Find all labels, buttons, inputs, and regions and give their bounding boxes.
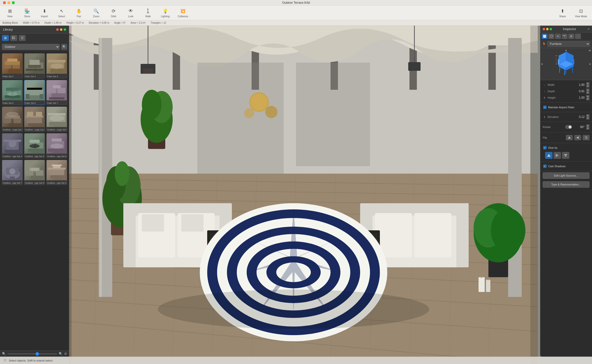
svg-rect-197	[556, 154, 556, 157]
library-item-outdoor3[interactable]: Outdoor...unge Set 3	[46, 107, 67, 132]
scene-svg	[0, 26, 592, 364]
library-search-button[interactable]: 🔍	[61, 44, 67, 50]
flip-horizontal-btn[interactable]	[566, 135, 573, 140]
toolbar-item-orbit[interactable]: ⟳ Orbit	[109, 8, 118, 18]
toolbar-item-pan[interactable]: ✋ Pan	[74, 8, 84, 18]
elevation-stepper[interactable]: ▲ ▼	[586, 114, 590, 120]
inspector-close-btn[interactable]	[543, 28, 545, 30]
library-item-outdoor9[interactable]: Outdoor...nge Set 9	[46, 160, 67, 185]
depth-down-btn[interactable]: ▼	[586, 91, 590, 94]
toolbar-item-viewmode[interactable]: ⊡ View Mode	[575, 8, 587, 18]
library-item-patio5[interactable]: Patio Set 5	[2, 80, 23, 105]
toolbar-item-store[interactable]: 🏪 Store	[22, 8, 32, 18]
inspector-tab-edit[interactable]: ✏	[555, 34, 561, 39]
library-zoom-thumb[interactable]	[36, 352, 39, 356]
glue-ceiling-btn[interactable]	[562, 152, 569, 159]
type-representation-button[interactable]: Type & Representation...	[543, 181, 590, 188]
inspector-tab-camera[interactable]: 📷	[562, 34, 568, 39]
toolbar-item-lighting[interactable]: 💡 Lighting	[160, 8, 170, 18]
inspector-tab-object[interactable]: ⬜	[542, 34, 548, 39]
elevation-down-btn[interactable]: ▼	[586, 117, 590, 120]
library-zoom-slider[interactable]	[7, 353, 57, 354]
library-zoom-out-btn[interactable]: 🔍	[2, 352, 6, 356]
depth-up-btn[interactable]: ▲	[586, 89, 590, 91]
library-category-select[interactable]: Outdoor Indoor Kitchen Bathroom	[2, 44, 60, 50]
inspector-min-btn[interactable]	[546, 28, 549, 30]
rotate-stepper[interactable]: ▲ ▼	[586, 124, 590, 130]
library-item-outdoor7[interactable]: Outdoor...nge Set 7	[2, 160, 23, 185]
toolbar-item-collisions[interactable]: 💥 Collisions	[178, 8, 188, 18]
width-down-btn[interactable]: ▼	[586, 85, 590, 88]
close-button[interactable]	[3, 1, 6, 4]
library-tab-detail[interactable]	[10, 35, 17, 41]
rotate-up-btn[interactable]: ▲	[586, 124, 590, 127]
elevation-up-btn[interactable]: ▲	[586, 114, 590, 117]
inspector-tab-material[interactable]	[548, 34, 554, 39]
library-item-outdoor2[interactable]: Outdoor...unge Set 2	[24, 107, 45, 132]
library-item-outdoor6[interactable]: Outdoor...nge Set 6	[46, 133, 67, 158]
glue-by-row: ✓ Glue by	[543, 145, 590, 151]
depth-stepper[interactable]: ▲ ▼	[586, 89, 590, 94]
maximize-button[interactable]	[12, 1, 15, 4]
inspector-category-select[interactable]: Furniture Decoration Light	[547, 41, 590, 47]
library-close-btn[interactable]	[56, 28, 59, 31]
edit-light-sources-button[interactable]: Edit Light Sources...	[543, 172, 590, 179]
svg-point-156	[30, 144, 40, 148]
chair-3d-svg	[553, 51, 580, 78]
toolbar-item-zoom[interactable]: 🔍 Zoom	[91, 8, 101, 18]
library-item-outdoor4[interactable]: Outdoor...nge Set 4	[2, 133, 23, 158]
library-item-patio6[interactable]: Patio Set 6	[24, 80, 45, 105]
glue-floor-btn[interactable]	[545, 152, 553, 159]
library-tab-grid[interactable]: ⊞	[2, 35, 9, 41]
maintain-aspect-ratio-row[interactable]: ✓ Maintain Aspect Ratio	[543, 104, 590, 110]
library-min-btn[interactable]	[60, 28, 62, 31]
glue-wall-btn[interactable]	[554, 152, 561, 159]
toolbar-item-select[interactable]: ↖ Select	[57, 8, 67, 18]
library-item-patio3[interactable]: Patio Set 3	[24, 53, 45, 78]
library-tab-list[interactable]: ☰	[19, 35, 26, 41]
library-settings-btn[interactable]: ⚙	[64, 352, 67, 356]
look-icon: 👁	[128, 8, 134, 14]
library-item-outdoor8[interactable]: Outdoor...nge Set 8	[24, 160, 45, 185]
rotate-value[interactable]: 90°	[574, 125, 585, 129]
maintain-aspect-ratio-checkbox[interactable]: ✓	[543, 106, 547, 109]
library-item-patio2[interactable]: Patio Set 2	[2, 53, 23, 78]
library-tabs: ⊞ ☰	[0, 34, 69, 42]
inspector-expand-icon[interactable]: ↗	[587, 27, 590, 31]
width-up-btn[interactable]: ▲	[586, 82, 590, 85]
library-item-patio7[interactable]: Patio Set 7	[46, 80, 67, 105]
cast-shadows-checkbox[interactable]: ✓	[543, 164, 547, 168]
library-grid: Patio Set 2 Patio Set 3	[0, 51, 69, 351]
inspector-depth-value[interactable]: 0,91	[572, 90, 585, 93]
toolbar-item-import[interactable]: ⬇ Import	[39, 8, 49, 18]
toolbar-item-view[interactable]: ⊞ View	[5, 8, 15, 18]
inspector-width-value[interactable]: 1,90	[572, 83, 585, 87]
toolbar-item-look[interactable]: 👁 Look	[126, 8, 136, 18]
flip-vertical-btn[interactable]	[574, 135, 581, 140]
rotate-toggle[interactable]	[565, 125, 572, 129]
library-item-outdoor1[interactable]: Outdoor...unge Set 1	[2, 107, 23, 132]
inspector-elevation-value[interactable]: 0,12	[572, 115, 585, 119]
inspector-height-value[interactable]: 1,00	[572, 96, 585, 99]
height-up-btn[interactable]: ▲	[586, 95, 590, 98]
flip-rotate-btn[interactable]	[583, 135, 590, 140]
height-stepper[interactable]: ▲ ▼	[586, 95, 590, 100]
toolbar-item-walk[interactable]: 🚶 Walk	[143, 8, 153, 18]
inspector-max-btn[interactable]	[550, 28, 552, 30]
width-stepper[interactable]: ▲ ▼	[586, 82, 590, 88]
toolbar-item-share[interactable]: ⬆ Share	[558, 8, 568, 18]
scene-area[interactable]	[0, 26, 592, 364]
library-item-patio4[interactable]: Patio Set 4	[46, 53, 67, 78]
library-max-btn[interactable]	[64, 28, 66, 31]
minimize-button[interactable]	[7, 1, 10, 4]
library-zoom-in-btn[interactable]: 🔍	[59, 352, 63, 356]
svg-rect-121	[6, 88, 18, 91]
library-item-outdoor5[interactable]: Outdoor...nge Set 5	[24, 133, 45, 158]
glue-icon-row	[543, 151, 590, 160]
inspector-tab-settings[interactable]: ⚙	[568, 34, 574, 39]
inspector-tab-more[interactable]: ⋯	[575, 34, 581, 39]
svg-rect-141	[28, 123, 41, 126]
height-down-btn[interactable]: ▼	[586, 98, 590, 100]
rotate-down-btn[interactable]: ▼	[586, 127, 590, 130]
glue-by-checkbox[interactable]: ✓	[543, 146, 547, 149]
